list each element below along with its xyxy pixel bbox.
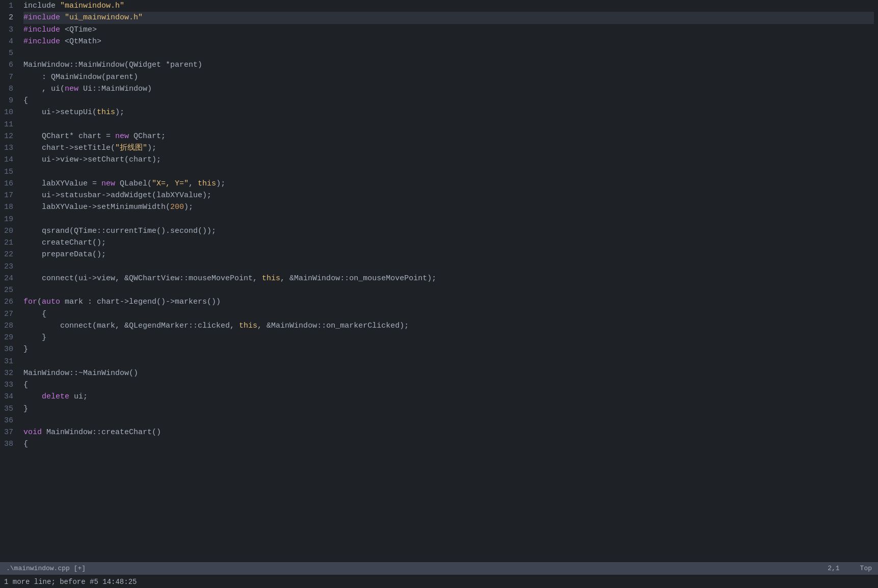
line-number: 30 (4, 343, 13, 355)
code-line (23, 119, 874, 130)
code-line: MainWindow::MainWindow(QWidget *parent) (23, 59, 874, 71)
token-new-kw: new (65, 85, 78, 93)
token-normal: ); (216, 179, 225, 188)
code-line: #include <QtMath> (23, 36, 874, 47)
token-normal: , (189, 179, 198, 188)
token-normal: labXYValue = (23, 179, 101, 188)
token-normal: MainWindow::~MainWindow() (23, 369, 138, 378)
editor-area: 1234567891011121314151617181920212223242… (0, 0, 878, 562)
code-line: labXYValue = new QLabel("X=, Y=", this); (23, 178, 874, 190)
code-line: ui->statusbar->addWidget(labXYValue); (23, 190, 874, 201)
token-str: "折线图" (115, 144, 147, 152)
code-line: connect(ui->view, &QWChartView::mouseMov… (23, 273, 874, 284)
token-normal: , &MainWindow::on_mouseMovePoint); (280, 274, 436, 283)
token-num: 200 (170, 203, 184, 211)
token-new-kw: new (101, 179, 115, 188)
token-this-kw: this (198, 179, 216, 188)
line-number: 20 (4, 225, 13, 237)
token-auto-kw: auto (42, 298, 60, 306)
token-normal: mark : chart->legend()->markers()) (60, 298, 221, 306)
line-number: 34 (4, 391, 13, 403)
line-number: 7 (4, 71, 13, 83)
line-number: 31 (4, 356, 13, 367)
token-normal: createChart(); (23, 238, 106, 247)
code-line (23, 261, 874, 273)
line-number: 37 (4, 426, 13, 438)
token-normal: qsrand(QTime::currentTime().second()); (23, 227, 216, 235)
token-new-kw: new (115, 132, 129, 141)
code-line: prepareData(); (23, 249, 874, 260)
code-line: ui->view->setChart(chart); (23, 154, 874, 166)
code-line: { (23, 438, 874, 450)
token-normal: prepareData(); (23, 250, 106, 259)
line-number: 15 (4, 166, 13, 178)
code-line: MainWindow::~MainWindow() (23, 367, 874, 379)
token-normal: { (23, 310, 46, 318)
status-right: 2,1 Top (828, 565, 872, 572)
token-normal: QLabel( (115, 179, 152, 188)
token-normal: labXYValue->setMinimumWidth( (23, 203, 170, 211)
token-normal (23, 392, 42, 401)
line-number: 35 (4, 403, 13, 415)
token-this-kw: this (262, 274, 280, 283)
code-line: { (23, 308, 874, 320)
token-normal: , &MainWindow::on_markerClicked); (257, 322, 409, 330)
line-number: 6 (4, 59, 13, 71)
token-this-kw: this (239, 322, 257, 330)
token-hash: #include (23, 13, 65, 22)
line-number: 18 (4, 201, 13, 213)
token-normal: ui->statusbar->addWidget(labXYValue); (23, 191, 211, 200)
token-normal: { (23, 96, 28, 105)
token-for-kw: for (23, 298, 37, 306)
token-normal: include (23, 2, 60, 10)
token-this-kw: this (97, 108, 115, 117)
code-line: connect(mark, &QLegendMarker::clicked, t… (23, 320, 874, 332)
token-normal: QChart* chart = (23, 132, 115, 141)
token-void-kw: void (23, 428, 42, 437)
line-number: 38 (4, 438, 13, 450)
code-line: : QMainWindow(parent) (23, 71, 874, 83)
code-line: , ui(new Ui::MainWindow) (23, 83, 874, 95)
line-number: 5 (4, 47, 13, 59)
code-container[interactable]: 1234567891011121314151617181920212223242… (0, 0, 878, 562)
token-normal: MainWindow::createChart() (42, 428, 161, 437)
token-str: "ui_mainwindow.h" (65, 13, 143, 22)
line-number: 24 (4, 273, 13, 284)
line-number: 9 (4, 95, 13, 106)
code-line: } (23, 343, 874, 355)
token-normal: , ui( (23, 85, 65, 93)
code-line: for(auto mark : chart->legend()->markers… (23, 296, 874, 308)
line-number: 32 (4, 367, 13, 379)
token-normal: MainWindow::MainWindow(QWidget *parent) (23, 61, 202, 69)
token-str: "X=, Y=" (152, 179, 189, 188)
code-line (23, 284, 874, 296)
code-line: createChart(); (23, 237, 874, 249)
code-line: include "mainwindow.h" (23, 0, 874, 12)
code-line: #include <QTime> (23, 24, 874, 36)
line-number: 3 (4, 24, 13, 36)
token-normal: <QtMath> (65, 37, 101, 46)
token-str: "mainwindow.h" (60, 2, 124, 10)
line-number: 25 (4, 284, 13, 296)
line-number: 23 (4, 261, 13, 273)
scroll-position: Top (860, 565, 872, 572)
code-content[interactable]: include "mainwindow.h"#include "ui_mainw… (19, 0, 878, 562)
token-normal: } (23, 405, 28, 413)
token-normal: connect(mark, &QLegendMarker::clicked, (23, 322, 239, 330)
code-line: { (23, 379, 874, 391)
code-line: delete ui; (23, 391, 874, 403)
token-normal: <QTime> (65, 25, 97, 34)
token-normal: ui->view->setChart(chart); (23, 155, 161, 164)
cursor-position: 2,1 (828, 565, 839, 572)
token-normal: ui; (69, 392, 88, 401)
token-normal: Ui::MainWindow) (78, 85, 152, 93)
token-normal: } (23, 333, 46, 342)
token-normal: } (23, 345, 28, 354)
token-hash: #include (23, 25, 65, 34)
token-normal: ( (37, 298, 42, 306)
line-number: 4 (4, 36, 13, 47)
line-number: 14 (4, 154, 13, 166)
line-number: 12 (4, 130, 13, 142)
token-normal: ); (115, 108, 124, 117)
code-line (23, 166, 874, 178)
